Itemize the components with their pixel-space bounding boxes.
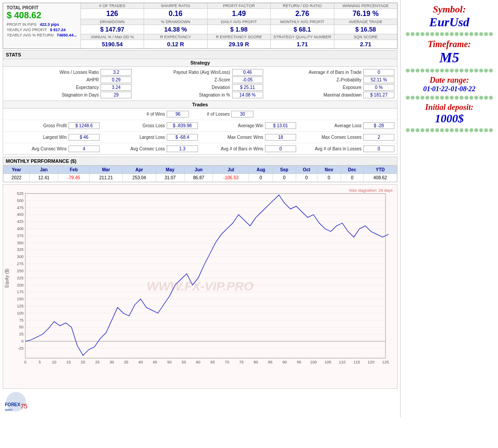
expectancy-label: Expectancy bbox=[6, 85, 100, 90]
num-wins-value: 96 bbox=[167, 111, 189, 117]
avg-bars-label: Average # of Bars in Trade bbox=[269, 70, 363, 75]
avg-bars-losses-value: 0 bbox=[363, 145, 394, 152]
avg-win-label: Average Win bbox=[202, 123, 265, 128]
separator-1: ❊❊❊❊❊❊❊❊❊❊❊❊❊❊❊❊❊❊ bbox=[404, 31, 494, 37]
svg-text:125: 125 bbox=[17, 304, 24, 308]
profit-pips-value: 422.3 pips bbox=[40, 22, 59, 27]
expectancy-value: 3.24 bbox=[100, 84, 132, 91]
svg-text:60: 60 bbox=[196, 360, 201, 364]
monthly-cell: 0 bbox=[273, 174, 296, 182]
stats-title: STATS bbox=[3, 51, 397, 59]
yearly-return-value: 74650.44... bbox=[57, 33, 77, 37]
wins-losses-value: 3.2 bbox=[100, 69, 132, 76]
separator-2: ❊❊❊❊❊❊❊❊❊❊❊❊❊❊❊❊❊❊ bbox=[404, 68, 494, 74]
deviation-label: Deviation bbox=[137, 85, 232, 90]
max-consec-losses-label: Max Consec Losses bbox=[301, 135, 363, 140]
avg-consec-loss-value: 1.3 bbox=[167, 145, 198, 152]
monthly-cell: 0 bbox=[249, 174, 273, 182]
svg-text:55: 55 bbox=[181, 360, 186, 364]
separator-3: ❊❊❊❊❊❊❊❊❊❊❊❊❊❊❊❊❊❊ bbox=[404, 95, 494, 101]
deviation-value: $ 25.11 bbox=[232, 84, 263, 91]
svg-text:65: 65 bbox=[210, 360, 215, 364]
svg-text:105: 105 bbox=[325, 360, 331, 364]
svg-text:25: 25 bbox=[19, 332, 24, 336]
monthly-title: MONTHLY PERFORMANCE ($) bbox=[3, 157, 397, 165]
num-wins-label: # of Wins bbox=[147, 112, 167, 117]
payout-ratio-value: 0.46 bbox=[232, 69, 263, 76]
chart-annotation: Max stagnation: 29 days bbox=[349, 188, 393, 193]
gross-profit-value: $ 1248.6 bbox=[68, 122, 100, 129]
svg-text:120: 120 bbox=[368, 360, 374, 364]
profit-factor-value: 1.49 bbox=[208, 9, 270, 19]
col-feb: Feb bbox=[58, 166, 89, 174]
avg-consec-loss-label: Avg Consec Loss bbox=[104, 146, 167, 151]
col-year: Year bbox=[4, 166, 30, 174]
svg-text:Equity ($): Equity ($) bbox=[4, 269, 9, 288]
sharpe-value: 0.16 bbox=[144, 9, 207, 19]
stagnation-days-value: 29 bbox=[100, 92, 132, 98]
winning-pct-header: WINNING PERCENTAGE bbox=[334, 3, 397, 9]
largest-loss-label: Largest Loss bbox=[104, 135, 167, 140]
exposure-label: Exposure bbox=[269, 85, 363, 90]
pct-drawdown-header: % DRAWDOWN bbox=[144, 19, 207, 25]
svg-text:75: 75 bbox=[19, 318, 24, 323]
avg-consec-wins-value: 4 bbox=[68, 145, 100, 152]
r-score-header: R EXPECTANCY SCORE bbox=[208, 34, 270, 40]
svg-text:400: 400 bbox=[17, 226, 24, 231]
payout-ratio-label: Payout Ratio (Avg Win/Loss) bbox=[137, 70, 232, 75]
monthly-cell: 31.07 bbox=[156, 174, 184, 182]
r-score-value: 29.19 R bbox=[208, 40, 270, 48]
annual-dd-value: 5190.54 bbox=[81, 40, 144, 48]
max-consec-wins-value: 18 bbox=[265, 134, 296, 141]
col-jan: Jan bbox=[29, 166, 58, 174]
svg-text:100: 100 bbox=[310, 360, 317, 364]
svg-text:150: 150 bbox=[17, 297, 24, 301]
daily-avg-value: $ 1.98 bbox=[208, 25, 270, 34]
svg-text:300: 300 bbox=[17, 254, 24, 259]
gross-profit-label: Gross Profit bbox=[6, 123, 68, 128]
avg-bars-wins-value: 0 bbox=[265, 145, 296, 152]
svg-text:115: 115 bbox=[353, 360, 360, 364]
svg-text:FOREX: FOREX bbox=[5, 402, 20, 407]
svg-text:475: 475 bbox=[17, 206, 24, 210]
svg-text:50: 50 bbox=[167, 360, 172, 364]
sqn-header: STRATEGY QUALITY NUMBER bbox=[271, 34, 333, 40]
monthly-cell: 0 bbox=[317, 174, 341, 182]
stagnation-pct-value: 14.08 % bbox=[232, 92, 263, 98]
svg-text:0: 0 bbox=[21, 339, 24, 343]
zscore-value: -0.05 bbox=[232, 77, 263, 83]
svg-text:125: 125 bbox=[382, 360, 389, 364]
monthly-cell: 2022 bbox=[4, 174, 30, 182]
maximal-drawdown-value: $ 181.27 bbox=[363, 92, 394, 98]
svg-text:75: 75 bbox=[20, 403, 28, 410]
monthly-cell: 86.87 bbox=[185, 174, 213, 182]
separator-4: ❊❊❊❊❊❊❊❊❊❊❊❊❊❊❊❊❊❊ bbox=[404, 127, 494, 133]
monthly-cell: 0 bbox=[341, 174, 364, 182]
ahpr-value: 0.29 bbox=[100, 77, 132, 83]
zprobability-label: Z-Probability bbox=[269, 77, 363, 82]
num-losses-label: # of Losses bbox=[207, 112, 231, 117]
r-expectancy-header: R EXPECTANCY bbox=[144, 34, 207, 40]
deposit-label: Initial deposit: bbox=[404, 103, 494, 112]
largest-win-label: Largest Win bbox=[6, 135, 68, 140]
svg-text:85: 85 bbox=[268, 360, 273, 364]
svg-text:WIKI: WIKI bbox=[5, 408, 12, 412]
svg-text:20: 20 bbox=[81, 360, 85, 364]
sqn-score-header: SQN SCORE bbox=[334, 34, 397, 40]
avg-bars-wins-label: Avg # of Bars in Wins bbox=[202, 146, 265, 151]
yearly-avg-value: $ 817.24 bbox=[50, 28, 66, 32]
monthly-cell: 211.21 bbox=[89, 174, 123, 182]
col-apr: Apr bbox=[123, 166, 156, 174]
monthly-cell: 12.41 bbox=[29, 174, 58, 182]
num-losses-value: 30 bbox=[231, 111, 253, 117]
svg-text:500: 500 bbox=[17, 198, 24, 203]
svg-text:450: 450 bbox=[17, 212, 24, 217]
max-consec-losses-value: 2 bbox=[363, 134, 394, 141]
r-expectancy-value: 0.12 R bbox=[144, 40, 207, 48]
svg-text:95: 95 bbox=[297, 360, 301, 364]
svg-text:10: 10 bbox=[52, 360, 56, 364]
col-aug: Aug bbox=[249, 166, 273, 174]
col-jul: Jul bbox=[213, 166, 249, 174]
yearly-return-label: YEARLY AVG % RETURN bbox=[7, 33, 54, 37]
col-sep: Sep bbox=[273, 166, 296, 174]
